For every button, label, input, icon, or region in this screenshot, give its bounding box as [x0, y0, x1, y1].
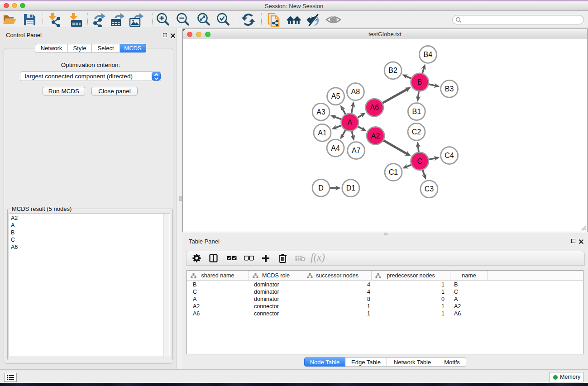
- svg-text:B4: B4: [424, 51, 433, 58]
- svg-text:D: D: [318, 184, 324, 192]
- svg-text:A6: A6: [370, 104, 379, 111]
- svg-text:A: A: [347, 119, 352, 126]
- svg-text:A5: A5: [331, 92, 340, 100]
- svg-text:A2: A2: [371, 132, 380, 140]
- svg-text:C2: C2: [412, 128, 421, 136]
- svg-text:A3: A3: [316, 108, 325, 116]
- svg-text:C1: C1: [389, 168, 398, 176]
- svg-text:A7: A7: [352, 147, 361, 154]
- svg-text:A1: A1: [318, 129, 327, 137]
- svg-text:B: B: [417, 78, 422, 86]
- svg-text:B1: B1: [412, 108, 421, 115]
- svg-text:C: C: [417, 157, 422, 165]
- svg-text:C3: C3: [425, 185, 434, 193]
- svg-text:D1: D1: [346, 184, 356, 192]
- svg-text:C4: C4: [445, 152, 454, 159]
- svg-text:A4: A4: [331, 144, 340, 152]
- svg-text:B3: B3: [445, 85, 454, 93]
- svg-text:A8: A8: [351, 88, 360, 95]
- svg-text:B2: B2: [388, 67, 397, 74]
